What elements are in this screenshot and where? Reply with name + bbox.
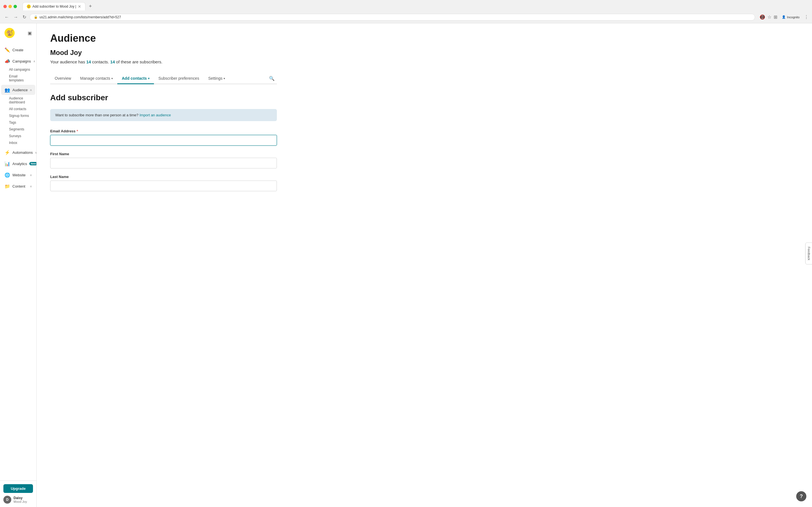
required-star: * (77, 129, 78, 133)
analytics-icon: 📊 (4, 161, 10, 166)
sidebar-item-campaigns[interactable]: 📣 Campaigns ∧ (1, 56, 35, 66)
maximize-traffic-light[interactable] (13, 5, 17, 8)
sidebar-item-segments[interactable]: Segments (1, 126, 35, 133)
sidebar-item-inbox[interactable]: Inbox (1, 139, 35, 146)
sidebar-item-automations[interactable]: ⚡ Automations ∨ (1, 147, 35, 158)
minimize-traffic-light[interactable] (8, 5, 12, 8)
create-label: Create (12, 48, 23, 52)
incognito-button[interactable]: 👤 Incognito (779, 15, 802, 19)
audience-label: Audience (12, 88, 28, 92)
analytics-label: Analytics (12, 162, 27, 166)
sidebar-nav: ✏️ Create 📣 Campaigns ∧ All campaigns Em… (0, 43, 36, 481)
stats-suffix: of these are subscribers. (115, 59, 162, 64)
last-name-input[interactable] (50, 180, 277, 191)
browser-titlebar: 🐒 Add subscriber to Mood Joy | ✕ + (0, 0, 812, 12)
more-options-icon[interactable]: ⋮ (804, 14, 809, 20)
info-banner: Want to subscribe more than one person a… (50, 109, 277, 121)
close-traffic-light[interactable] (3, 5, 7, 8)
sidebar-item-all-contacts[interactable]: All contacts (1, 106, 35, 112)
browser-sidebar-icon[interactable]: ⊞ (774, 14, 777, 20)
help-icon: ? (800, 494, 803, 499)
tab-close-icon[interactable]: ✕ (78, 4, 81, 9)
sidebar-item-tags[interactable]: Tags (1, 119, 35, 126)
search-icon[interactable]: 🔍 (267, 73, 277, 83)
upgrade-button[interactable]: Upgrade (3, 484, 33, 493)
main-content: Audience Mood Joy Your audience has 14 c… (37, 23, 812, 507)
traffic-lights (3, 5, 17, 8)
sidebar-toggle-icon[interactable]: ▣ (28, 31, 32, 36)
sidebar-bottom: Upgrade D Daisy Mood Joy (0, 481, 36, 507)
content-chevron-icon: ∨ (30, 185, 32, 188)
content-icon: 📁 (4, 183, 10, 189)
bookmark-icon[interactable]: ☆ (767, 14, 771, 20)
first-name-input[interactable] (50, 158, 277, 168)
tab-manage-contacts-label: Manage contacts (80, 76, 110, 80)
camera-off-icon: 📵 (760, 14, 765, 20)
manage-contacts-chevron-icon: ▾ (111, 77, 113, 80)
content-label: Content (12, 184, 26, 188)
website-label: Website (12, 173, 26, 177)
nav-tabs: Overview Manage contacts ▾ Add contacts … (50, 73, 277, 84)
stats-middle: contacts. (91, 59, 110, 64)
new-tab-button[interactable]: + (87, 3, 94, 10)
campaigns-chevron-icon: ∧ (33, 60, 35, 63)
sidebar-logo-area: 🐒 ▣ (0, 23, 36, 43)
url-text: us21.admin.mailchimp.com/lists/members/a… (40, 15, 121, 19)
contacts-count: 14 (86, 59, 91, 64)
first-name-label: First Name (50, 152, 277, 156)
help-button[interactable]: ? (796, 491, 806, 501)
import-audience-link[interactable]: Import an audience (140, 113, 171, 117)
sidebar: 🐒 ▣ ✏️ Create 📣 Campaigns ∧ All campaign… (0, 23, 37, 507)
audience-icon: 👥 (4, 87, 10, 93)
website-icon: 🌐 (4, 172, 10, 178)
tab-settings[interactable]: Settings ▾ (204, 73, 230, 84)
analytics-new-badge: New (29, 162, 37, 165)
back-button[interactable]: ← (3, 13, 10, 21)
avatar: D (3, 496, 11, 504)
sidebar-item-analytics[interactable]: 📊 Analytics New ∨ (1, 159, 35, 169)
tab-subscriber-preferences[interactable]: Subscriber preferences (154, 73, 204, 84)
automations-icon: ⚡ (4, 150, 10, 155)
sidebar-item-audience-dashboard[interactable]: Audience dashboard (1, 95, 35, 106)
add-contacts-chevron-icon: ▾ (148, 77, 149, 80)
active-tab[interactable]: 🐒 Add subscriber to Mood Joy | ✕ (22, 2, 86, 10)
sidebar-item-email-templates[interactable]: Email templates (1, 73, 35, 83)
tab-overview[interactable]: Overview (50, 73, 75, 84)
sidebar-item-all-campaigns[interactable]: All campaigns (1, 66, 35, 73)
address-bar: ← → ↻ 🔒 us21.admin.mailchimp.com/lists/m… (0, 12, 812, 23)
tab-manage-contacts[interactable]: Manage contacts ▾ (75, 73, 117, 84)
feedback-tab[interactable]: Feedback (805, 242, 812, 265)
sidebar-item-create[interactable]: ✏️ Create (1, 45, 35, 55)
sidebar-item-surveys[interactable]: Surveys (1, 133, 35, 139)
content-area: Audience Mood Joy Your audience has 14 c… (37, 23, 290, 207)
lock-icon: 🔒 (34, 15, 38, 19)
nav-section-audience: 👥 Audience ∧ Audience dashboard All cont… (0, 85, 36, 146)
website-chevron-icon: ∨ (30, 173, 32, 177)
campaigns-label: Campaigns (12, 59, 31, 63)
forward-button[interactable]: → (12, 13, 19, 21)
app-container: 🐒 ▣ ✏️ Create 📣 Campaigns ∧ All campaign… (0, 23, 812, 507)
user-name: Daisy (13, 496, 27, 500)
sidebar-item-website[interactable]: 🌐 Website ∨ (1, 170, 35, 180)
sidebar-item-signup-forms[interactable]: Signup forms (1, 112, 35, 119)
browser-chrome: 🐒 Add subscriber to Mood Joy | ✕ + ← → ↻… (0, 0, 812, 23)
mailchimp-logo[interactable]: 🐒 (4, 28, 15, 38)
nav-section-website: 🌐 Website ∨ (0, 170, 36, 180)
url-bar[interactable]: 🔒 us21.admin.mailchimp.com/lists/members… (30, 14, 755, 20)
email-input[interactable] (50, 135, 277, 146)
nav-section-create: ✏️ Create (0, 45, 36, 55)
automations-label: Automations (12, 151, 33, 155)
create-icon: ✏️ (4, 47, 10, 53)
audience-stats: Your audience has 14 contacts. 14 of the… (50, 59, 277, 64)
nav-section-automations: ⚡ Automations ∨ (0, 147, 36, 158)
first-name-field-group: First Name (50, 152, 277, 168)
refresh-button[interactable]: ↻ (21, 13, 28, 21)
tab-add-contacts[interactable]: Add contacts ▾ (117, 73, 154, 84)
sidebar-item-audience[interactable]: 👥 Audience ∧ (1, 85, 35, 95)
tab-bar: 🐒 Add subscriber to Mood Joy | ✕ + (19, 2, 98, 10)
settings-chevron-icon: ▾ (223, 77, 225, 80)
sidebar-item-content[interactable]: 📁 Content ∨ (1, 181, 35, 191)
browser-icons: 📵 ☆ ⊞ 👤 Incognito ⋮ (760, 14, 809, 20)
nav-section-content: 📁 Content ∨ (0, 181, 36, 191)
banner-text: Want to subscribe more than one person a… (55, 113, 140, 117)
